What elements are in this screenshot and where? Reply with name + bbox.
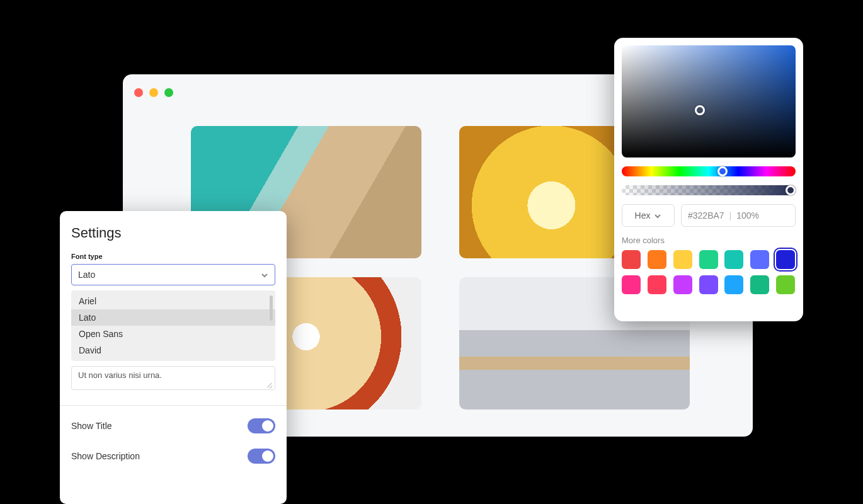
minimize-icon[interactable] bbox=[149, 88, 158, 97]
hex-value: #322BA7 bbox=[688, 210, 724, 220]
color-swatch[interactable] bbox=[724, 275, 743, 294]
hue-handle-icon[interactable] bbox=[717, 166, 728, 176]
alpha-handle-icon[interactable] bbox=[786, 185, 796, 195]
chevron-down-icon bbox=[261, 271, 268, 278]
color-swatch[interactable] bbox=[776, 250, 795, 269]
swatch-grid bbox=[622, 250, 796, 294]
color-value-input[interactable]: #322BA7 | 100% bbox=[681, 204, 796, 227]
color-swatch[interactable] bbox=[724, 250, 743, 269]
show-description-row: Show Description bbox=[71, 441, 275, 471]
color-value-row: Hex #322BA7 | 100% bbox=[622, 204, 796, 227]
font-type-value: Lato bbox=[78, 270, 95, 280]
font-option[interactable]: David bbox=[71, 342, 275, 358]
chevron-down-icon bbox=[654, 212, 661, 219]
color-swatch[interactable] bbox=[750, 275, 769, 294]
dropdown-scrollbar[interactable] bbox=[270, 295, 273, 321]
value-separator: | bbox=[729, 210, 732, 220]
color-swatch[interactable] bbox=[750, 250, 769, 269]
font-type-select[interactable]: Lato bbox=[71, 264, 275, 285]
color-swatch[interactable] bbox=[648, 275, 666, 294]
color-swatch[interactable] bbox=[622, 250, 641, 269]
color-picker-panel: Hex #322BA7 | 100% More colors bbox=[614, 38, 803, 321]
format-label: Hex bbox=[635, 210, 651, 220]
font-option[interactable]: Ariel bbox=[71, 293, 275, 309]
color-swatch[interactable] bbox=[673, 275, 692, 294]
show-title-toggle[interactable] bbox=[248, 418, 275, 433]
toggle-label: Show Description bbox=[71, 451, 140, 461]
alpha-value: 100% bbox=[736, 210, 759, 220]
close-icon[interactable] bbox=[134, 88, 143, 97]
resize-handle-icon[interactable] bbox=[266, 381, 273, 387]
toggle-label: Show Title bbox=[71, 421, 112, 431]
hue-slider[interactable] bbox=[622, 166, 796, 176]
maximize-icon[interactable] bbox=[164, 88, 173, 97]
divider bbox=[60, 405, 287, 406]
show-title-row: Show Title bbox=[71, 411, 275, 441]
toggle-knob-icon bbox=[262, 450, 273, 462]
textarea-value: Ut non varius nisi urna. bbox=[78, 370, 162, 380]
color-swatch[interactable] bbox=[776, 275, 795, 294]
toggle-knob-icon bbox=[262, 420, 273, 432]
color-swatch[interactable] bbox=[673, 250, 692, 269]
color-format-select[interactable]: Hex bbox=[622, 204, 675, 227]
alpha-slider[interactable] bbox=[622, 185, 796, 195]
font-option[interactable]: Lato bbox=[71, 309, 275, 326]
font-option[interactable]: Open Sans bbox=[71, 326, 275, 342]
settings-panel: Settings Font type Lato Ariel Lato Open … bbox=[60, 211, 287, 504]
window-controls bbox=[134, 88, 173, 97]
description-textarea[interactable]: Ut non varius nisi urna. bbox=[71, 366, 275, 390]
saturation-value-area[interactable] bbox=[622, 45, 796, 158]
color-swatch[interactable] bbox=[699, 250, 718, 269]
settings-title: Settings bbox=[71, 225, 275, 241]
sv-cursor-icon[interactable] bbox=[695, 105, 705, 115]
font-type-label: Font type bbox=[71, 253, 275, 260]
font-type-dropdown: Ariel Lato Open Sans David bbox=[71, 290, 275, 361]
show-description-toggle[interactable] bbox=[248, 449, 275, 464]
more-colors-label: More colors bbox=[622, 236, 796, 245]
color-swatch[interactable] bbox=[648, 250, 666, 269]
color-swatch[interactable] bbox=[622, 275, 641, 294]
color-swatch[interactable] bbox=[699, 275, 718, 294]
